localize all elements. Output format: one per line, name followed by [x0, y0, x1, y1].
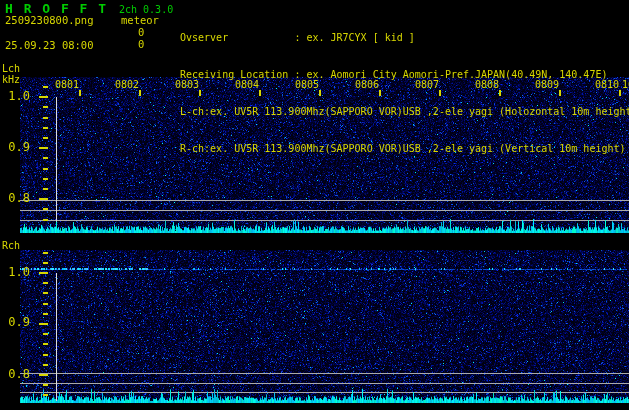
station-rch-line: R-ch:ex. UV5R 113.900Mhz(SAPPORO VOR)USB… — [180, 143, 629, 155]
lch-freq-label-0-9: 0.9 — [0, 141, 30, 154]
time-label: 0808 — [475, 79, 499, 90]
meteor-count-secondary: 0 — [138, 39, 144, 51]
time-label: 0806 — [355, 79, 379, 90]
lch-channel-label: Lch — [2, 63, 20, 74]
lch-unit-label: kHz — [2, 74, 20, 85]
time-label: 0804 — [235, 79, 259, 90]
lch-freq-label-1-0: 1.0 — [0, 90, 30, 103]
station-lch-line: L-ch:ex. UV5R 113.900Mhz(SAPPORO VOR)USB… — [180, 106, 629, 118]
rch-freq-label-0-8: 0.8 — [0, 368, 30, 381]
time-label: 0807 — [415, 79, 439, 90]
station-observer-line: Ovserver : ex. JR7CYX [ kid ] — [180, 32, 629, 44]
time-label: 0803 — [175, 79, 199, 90]
time-label: 0805 — [295, 79, 319, 90]
meteor-label: meteor — [121, 15, 159, 27]
lch-freq-label-0-8: 0.8 — [0, 192, 30, 205]
rch-channel-label: Rch — [2, 240, 20, 251]
meteor-count-primary: 0 — [138, 27, 144, 39]
rch-freq-label-1-0: 1.0 — [0, 266, 30, 279]
time-label: 0801 — [55, 79, 79, 90]
observation-datetime: 25.09.23 08:00 — [5, 40, 94, 52]
time-label: 0809 — [535, 79, 559, 90]
time-label: 0810 — [595, 79, 619, 90]
output-filename: 2509230800.png — [5, 15, 94, 27]
rch-freq-label-0-9: 0.9 — [0, 316, 30, 329]
rch-spectrogram-panel — [20, 250, 629, 403]
time-label: 0802 — [115, 79, 139, 90]
time-label-partial: 10 — [622, 79, 629, 90]
hrofft-screen: { "header": { "title": "H R O F F T", "v… — [0, 0, 629, 410]
